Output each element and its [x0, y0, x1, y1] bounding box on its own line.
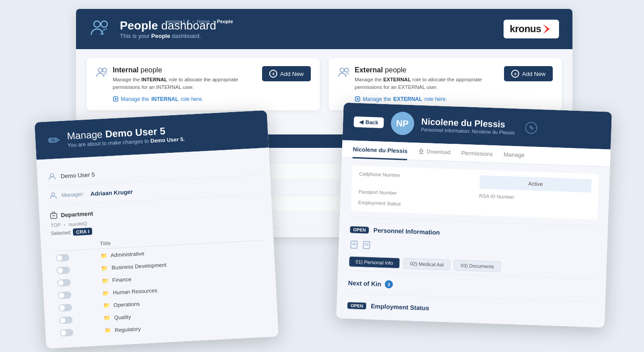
internal-card-title-block: Internal people Manage the INTERNAL role… — [113, 66, 262, 102]
page-subtitle: This is your People dashboard. — [120, 33, 216, 39]
dept-item-label: Operations — [114, 301, 140, 308]
breadcrumb-home[interactable]: Home — [197, 19, 210, 24]
external-card-desc: Manage the EXTERNAL role to allocate the… — [355, 76, 504, 92]
external-card-title-block: External people Manage the EXTERNAL role… — [355, 66, 504, 102]
dept-row-toggle — [53, 250, 97, 264]
pencil-icon: ✏ — [47, 132, 60, 149]
manage-panel-body: Demo User 5 Manager: Adriaan Kruger Depa… — [36, 148, 278, 349]
personnel-sub-tabs: 01) Personal Info 02) Medical Aid 03) Do… — [349, 256, 596, 275]
external-card-header: External people Manage the EXTERNAL role… — [338, 66, 553, 102]
tab-manage[interactable]: Manage — [503, 146, 525, 164]
download-icon — [418, 148, 424, 155]
external-card: External people Manage the EXTERNAL role… — [329, 58, 562, 110]
rsa-id-field: RSA ID Number — [479, 193, 591, 203]
plus-icon-ext: + — [511, 70, 519, 78]
passport-field: Passport Number — [358, 189, 470, 199]
emp-status-badge: OPEN — [347, 302, 367, 309]
svg-point-3 — [103, 68, 107, 72]
tab-permissions[interactable]: Permissions — [461, 144, 493, 163]
tab-person-name[interactable]: Nicolene du Plessis — [352, 140, 407, 160]
external-card-left: External people Manage the EXTERNAL role… — [338, 66, 504, 102]
breadcrumb-child: nuvoteQ — [68, 221, 87, 227]
sep: › — [64, 222, 65, 227]
dept-table: Title 📁 Administrative 📁 Business Develo… — [51, 230, 267, 340]
svg-point-6 — [345, 68, 349, 72]
kronus-text: kronus — [510, 23, 541, 35]
toggle-switch[interactable] — [56, 254, 70, 262]
toggle-switch[interactable] — [57, 279, 71, 287]
employment-field: Employment Status — [358, 200, 470, 210]
external-add-new-button[interactable]: + Add New — [504, 66, 553, 81]
selected-badge: CRA I — [73, 228, 93, 236]
internal-add-new-button[interactable]: + Add New — [262, 66, 311, 81]
internal-person-icon — [96, 66, 108, 80]
doc-icon-1 — [349, 240, 359, 249]
nicolene-panel: ◀ Back NP Nicolene du Plessis Personnel … — [336, 103, 612, 328]
internal-role-link[interactable]: Manage the INTERNAL role here. — [113, 96, 262, 102]
tab-medical-aid[interactable]: 02) Medical Aid — [403, 258, 450, 271]
breadcrumb-top: TOP — [51, 222, 61, 228]
dept-item-label: Business Development — [111, 262, 166, 271]
toggle-switch[interactable] — [59, 329, 73, 337]
dept-item-label: Administrative — [110, 251, 144, 259]
toggle-switch[interactable] — [56, 266, 70, 274]
kronus-logo: kronus — [504, 20, 559, 38]
next-kin-count-badge: 3 — [385, 280, 393, 289]
back-arrow-icon: ◀ — [359, 119, 363, 125]
manager-icon — [49, 192, 57, 200]
cellphone-field: Cellphone Number — [359, 171, 471, 189]
external-card-title: External people — [355, 66, 504, 74]
internal-card: Internal people Manage the INTERNAL role… — [87, 58, 320, 110]
cellphone-label: Cellphone Number — [359, 171, 471, 180]
passport-label: Passport Number — [358, 189, 470, 198]
back-button[interactable]: ◀ Back — [354, 116, 384, 128]
dept-icon — [50, 212, 58, 219]
internal-card-header: Internal people Manage the INTERNAL role… — [96, 66, 311, 102]
manage-panel: ✏ Manage Demo User 5 You are about to ma… — [34, 110, 279, 349]
dept-item-label: Quality — [114, 314, 131, 321]
emp-status-title: Employment Status — [371, 302, 429, 312]
dept-row-toggle — [54, 275, 98, 289]
dept-item-label: Human Resources — [113, 287, 157, 296]
nic-body: Cellphone Number Active Passport Number … — [336, 158, 610, 328]
manager-name: Adriaan Kruger — [90, 188, 133, 197]
edit-button[interactable]: ✎ — [525, 122, 538, 134]
back-label: Back — [365, 119, 378, 126]
tab-download[interactable]: Download — [418, 143, 451, 161]
external-role-link[interactable]: Manage the EXTERNAL role here. — [355, 96, 504, 102]
toggle-switch[interactable] — [58, 291, 72, 299]
selected-label: Selected: — [51, 230, 72, 236]
avatar: NP — [390, 111, 415, 135]
main-header: People dashboard This is your People das… — [76, 9, 572, 49]
next-kin-title: Next of Kin — [348, 279, 381, 288]
user-icon — [48, 172, 56, 181]
dept-row-toggle — [55, 300, 100, 314]
manage-title-block: Manage Demo User 5 You are about to make… — [67, 124, 185, 148]
internal-card-title: Internal people — [113, 66, 262, 74]
kronus-arrow-icon — [543, 24, 553, 34]
external-person-icon — [338, 66, 350, 80]
folder-icon: 📁 — [101, 265, 108, 272]
employment-label: Employment Status — [358, 200, 470, 209]
internal-card-left: Internal people Manage the INTERNAL role… — [96, 66, 262, 102]
tab-personal-info[interactable]: 01) Personal Info — [349, 256, 400, 268]
toggle-switch[interactable] — [59, 304, 72, 312]
version-label: version 1.2 — [165, 19, 190, 24]
svg-point-2 — [98, 68, 102, 72]
tab-documents[interactable]: 03) Documents — [454, 260, 501, 272]
plus-icon: + — [269, 70, 277, 78]
employment-status-value: Active — [479, 175, 592, 193]
dept-row-toggle — [56, 313, 101, 327]
folder-icon: 📁 — [104, 327, 111, 334]
download-label: Download — [427, 148, 451, 155]
rsa-id-label: RSA ID Number — [479, 193, 591, 202]
svg-point-9 — [51, 193, 55, 196]
dept-title: Department — [61, 210, 93, 218]
breadcrumb: version 1.2 › Home › People — [165, 19, 233, 24]
svg-point-8 — [51, 173, 54, 176]
toggle-switch[interactable] — [59, 316, 73, 324]
dept-item-label: Regulatory — [114, 326, 141, 333]
personnel-icons — [349, 240, 371, 250]
svg-point-5 — [340, 68, 344, 72]
info-fields: Cellphone Number Active Passport Number … — [351, 165, 599, 219]
